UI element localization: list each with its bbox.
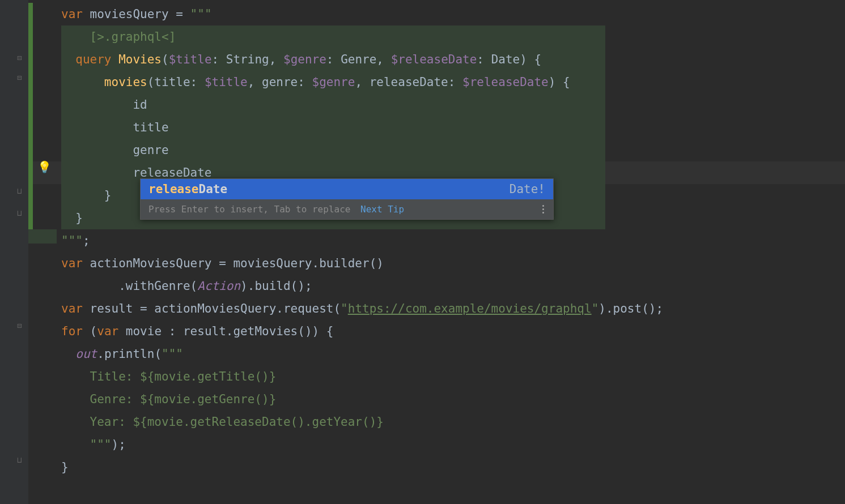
code-line[interactable]: } <box>33 456 845 479</box>
code-line[interactable]: out.println(""" <box>33 343 845 365</box>
fold-marker-icon[interactable]: ⊟ <box>17 54 22 62</box>
code-line[interactable]: var actionMoviesQuery = moviesQuery.buil… <box>33 252 845 275</box>
vcs-change-marker <box>28 3 33 25</box>
code-line[interactable]: id <box>33 93 845 116</box>
code-line[interactable]: query Movies($title: String, $genre: Gen… <box>33 48 845 71</box>
code-line[interactable]: Genre: ${movie.getGenre()} <box>33 388 845 411</box>
code-line[interactable]: .withGenre(Action).build(); <box>33 275 845 297</box>
fold-marker-icon[interactable]: ⊟ <box>17 74 22 82</box>
code-line[interactable]: """; <box>33 229 845 252</box>
code-line[interactable]: var result = actionMoviesQuery.request("… <box>33 297 845 320</box>
more-options-icon[interactable] <box>542 205 545 213</box>
fold-marker-icon[interactable]: ⊟ <box>17 322 22 330</box>
editor-gutter <box>0 0 28 504</box>
autocomplete-footer: Press Enter to insert, Tab to replace Ne… <box>141 199 553 219</box>
code-line[interactable]: [>.graphql<] <box>33 25 845 48</box>
url-link[interactable]: https://com.example/movies/graphql <box>348 302 592 315</box>
keyword-var: var <box>61 7 83 21</box>
autocomplete-popup: releaseDate Date! Press Enter to insert,… <box>140 178 554 220</box>
autocomplete-type: Date! <box>509 182 545 196</box>
autocomplete-item[interactable]: releaseDate Date! <box>141 179 553 199</box>
autocomplete-hint: Press Enter to insert, Tab to replace <box>148 204 350 215</box>
next-tip-link[interactable]: Next Tip <box>360 204 404 215</box>
vcs-change-marker <box>28 25 33 229</box>
code-line[interactable]: genre <box>33 139 845 161</box>
code-line[interactable]: Year: ${movie.getReleaseDate().getYear()… <box>33 411 845 433</box>
code-editor[interactable]: var moviesQuery = """ [>.graphql<] query… <box>33 0 845 479</box>
fold-marker-icon[interactable]: ⊔ <box>17 209 22 217</box>
code-line[interactable]: """); <box>33 433 845 456</box>
code-line[interactable]: movies(title: $title, genre: $genre, rel… <box>33 71 845 93</box>
code-line[interactable]: for (var movie : result.getMovies()) { <box>33 320 845 343</box>
code-line[interactable]: title <box>33 116 845 139</box>
code-line[interactable]: var moviesQuery = """ <box>33 3 845 25</box>
code-line[interactable]: Title: ${movie.getTitle()} <box>33 365 845 388</box>
fold-marker-icon[interactable]: ⊔ <box>17 187 22 195</box>
fold-marker-icon[interactable]: ⊔ <box>17 456 22 464</box>
autocomplete-text: releaseDate <box>148 182 227 196</box>
